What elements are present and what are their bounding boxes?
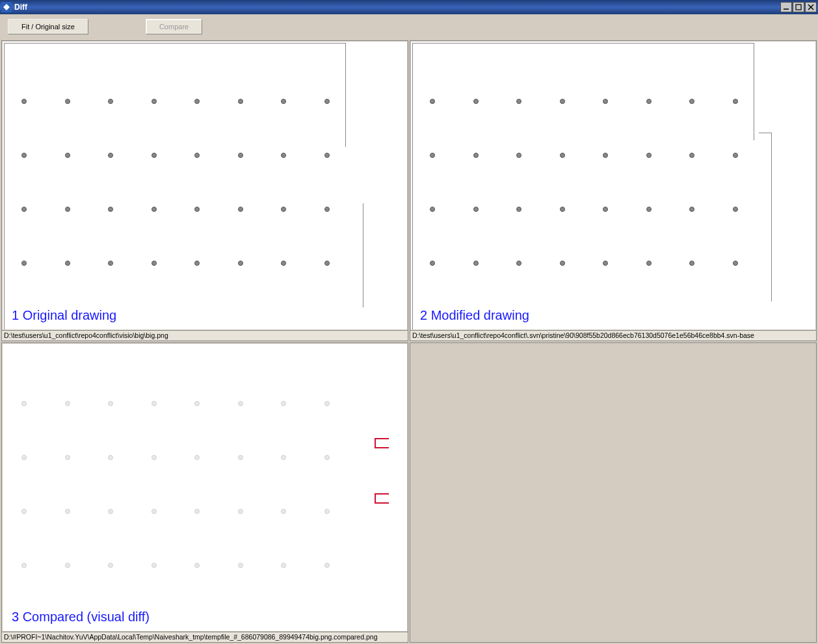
content-grid: 1 Original drawing D:\test\users\u1_conf… — [0, 39, 818, 644]
grid-dot — [21, 509, 27, 514]
grid-dot — [238, 261, 243, 266]
grid-dot — [603, 99, 608, 104]
grid-dot — [281, 401, 286, 406]
grid-dot — [473, 99, 479, 104]
grid-dot — [152, 207, 157, 212]
grid-dot — [430, 261, 435, 266]
grid-dot — [603, 261, 608, 266]
grid-dot — [65, 261, 70, 266]
grid-dot — [646, 207, 652, 212]
grid-dot — [473, 261, 479, 266]
path-modified: D:\test\users\u1_conflict\repo4conflict\… — [410, 330, 816, 341]
grid-dot — [238, 401, 243, 406]
title-bar: Diff — [0, 0, 818, 14]
grid-dot — [194, 207, 200, 212]
grid-dot — [646, 261, 652, 266]
grid-dot — [65, 207, 70, 212]
grid-dot — [430, 207, 435, 212]
fit-original-size-button[interactable]: Fit / Original size — [8, 19, 88, 34]
window-title: Diff — [14, 3, 27, 12]
grid-dot — [733, 261, 738, 266]
grid-dot — [238, 99, 243, 104]
grid-dot — [152, 261, 157, 266]
grid-dot — [733, 207, 738, 212]
grid-dot — [281, 207, 286, 212]
canvas-original[interactable]: 1 Original drawing — [3, 42, 407, 329]
grid-dot — [108, 99, 113, 104]
grid-dot — [324, 563, 330, 568]
panel-title-original: 1 Original drawing — [12, 308, 116, 323]
path-compared: D:\#PROFI~1\Nachitov.YuV\AppData\Local\T… — [2, 632, 408, 642]
grid-dot — [21, 401, 27, 406]
grid-dot — [560, 153, 565, 158]
grid-dot — [324, 99, 330, 104]
grid-dot — [152, 401, 157, 406]
panel-compared: 3 Compared (visual diff) D:\#PROFI~1\Nac… — [1, 342, 408, 643]
grid-dot — [108, 401, 113, 406]
grid-dot — [65, 455, 70, 460]
grid-dot — [324, 509, 330, 514]
grid-dot — [108, 153, 113, 158]
grid-dot — [324, 455, 330, 460]
app-icon — [1, 2, 12, 12]
grid-dot — [65, 509, 70, 514]
grid-dot — [108, 261, 113, 266]
grid-dot — [194, 455, 200, 460]
grid-dot — [689, 153, 694, 158]
grid-dot — [646, 153, 652, 158]
grid-dot — [194, 509, 200, 514]
grid-dot — [65, 401, 70, 406]
grid-dot — [516, 207, 521, 212]
grid-dot — [152, 563, 157, 568]
panel-title-compared: 3 Compared (visual diff) — [12, 610, 150, 625]
grid-dot — [281, 563, 286, 568]
grid-dot — [324, 207, 330, 212]
panel-modified: 2 Modified drawing D:\test\users\u1_conf… — [410, 40, 817, 341]
grid-dot — [21, 207, 27, 212]
grid-dot — [65, 99, 70, 104]
grid-dot — [152, 153, 157, 158]
grid-dot — [324, 153, 330, 158]
grid-dot — [430, 99, 435, 104]
grid-dot — [238, 153, 243, 158]
path-original: D:\test\users\u1_conflict\repo4conflict\… — [2, 330, 408, 341]
grid-dot — [281, 99, 286, 104]
grid-dot — [21, 153, 27, 158]
panel-title-modified: 2 Modified drawing — [420, 308, 529, 323]
grid-dot — [65, 153, 70, 158]
grid-dot — [108, 207, 113, 212]
canvas-modified[interactable]: 2 Modified drawing — [411, 42, 815, 329]
grid-dot — [152, 509, 157, 514]
grid-dot — [689, 261, 694, 266]
grid-dot — [238, 563, 243, 568]
grid-dot — [689, 99, 694, 104]
grid-dot — [560, 207, 565, 212]
panel-original: 1 Original drawing D:\test\users\u1_conf… — [1, 40, 408, 341]
maximize-button[interactable] — [793, 2, 804, 12]
canvas-compared[interactable]: 3 Compared (visual diff) — [3, 344, 407, 632]
grid-dot — [646, 99, 652, 104]
grid-dot — [603, 207, 608, 212]
close-button[interactable] — [805, 2, 817, 12]
grid-dot — [65, 563, 70, 568]
grid-dot — [281, 509, 286, 514]
grid-dot — [560, 99, 565, 104]
grid-dot — [152, 99, 157, 104]
grid-dot — [430, 153, 435, 158]
grid-dot — [324, 401, 330, 406]
grid-dot — [21, 99, 27, 104]
grid-dot — [473, 153, 479, 158]
grid-dot — [238, 455, 243, 460]
panel-empty — [410, 342, 817, 643]
grid-dot — [21, 261, 27, 266]
grid-dot — [324, 261, 330, 266]
compare-button: Compare — [146, 19, 202, 34]
grid-dot — [238, 509, 243, 514]
grid-dot — [238, 207, 243, 212]
svg-rect-1 — [796, 5, 801, 10]
grid-dot — [733, 153, 738, 158]
grid-dot — [194, 99, 200, 104]
grid-dot — [733, 99, 738, 104]
minimize-button[interactable] — [780, 2, 792, 12]
grid-dot — [516, 153, 521, 158]
